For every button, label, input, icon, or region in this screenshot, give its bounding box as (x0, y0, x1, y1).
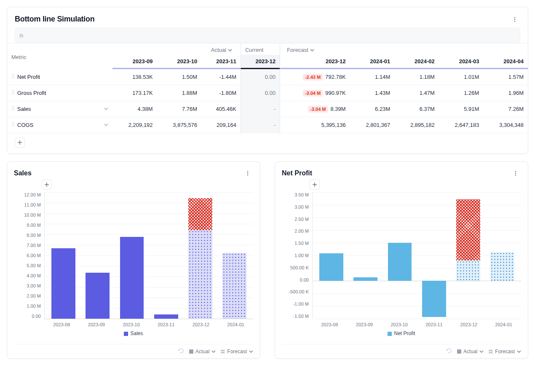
data-cell[interactable]: -3.04 M990.97K (280, 85, 350, 101)
data-cell[interactable]: -3.04 M8.39M (280, 101, 350, 117)
chevron-down-icon (479, 349, 484, 354)
data-cell[interactable]: 3,875,576 (157, 117, 202, 133)
metric-cell[interactable]: Sales (7, 101, 112, 117)
netprofit-chart-menu[interactable] (510, 169, 521, 177)
column-header: 2024-04 (483, 55, 528, 69)
metric-cell[interactable]: Net Profit (7, 69, 112, 85)
forecast-series-toggle[interactable]: Forecast (221, 349, 253, 354)
data-cell[interactable]: 1.18M (394, 69, 439, 85)
add-row-button[interactable] (15, 137, 25, 148)
data-cell[interactable]: -1.80M (201, 85, 241, 101)
actual-series-toggle[interactable]: Actual (457, 349, 484, 354)
table-row: COGS2,209,1923,875,576209,164-5,395,1362… (7, 117, 528, 133)
sales-chart-card: Sales 12.00 M11.00 M10.00 M9.00 M8.00 M7… (7, 161, 260, 359)
data-cell[interactable]: 1.43M (350, 85, 395, 101)
data-cell[interactable]: 2,647,183 (439, 117, 484, 133)
svg-point-27 (247, 171, 248, 172)
plus-icon (17, 140, 22, 145)
data-cell[interactable]: 1.88M (157, 85, 202, 101)
sales-chart-menu[interactable] (242, 169, 253, 177)
simulation-table: Metric Actual Current Forecast 2023-0920… (7, 43, 528, 133)
data-cell[interactable]: 1.47M (394, 85, 439, 101)
data-cell[interactable]: 0.00 (241, 85, 280, 101)
forecast-swatch-icon (489, 349, 493, 354)
bar[interactable] (314, 192, 348, 319)
bar[interactable] (217, 192, 251, 319)
sales-chart-add-button[interactable] (42, 180, 52, 190)
data-cell[interactable]: 6.37M (394, 101, 439, 117)
svg-point-13 (12, 94, 13, 94)
column-header: 2024-01 (350, 55, 395, 69)
svg-point-12 (13, 92, 14, 93)
formula-bar[interactable]: fx (15, 28, 520, 43)
bar[interactable] (417, 192, 451, 319)
metric-cell[interactable]: COGS (7, 117, 112, 133)
svg-point-11 (12, 92, 13, 93)
netprofit-chart-add-button[interactable] (310, 180, 320, 190)
actual-swatch-icon (457, 349, 461, 354)
data-cell[interactable]: 1.50M (157, 69, 202, 85)
forecast-group-dropdown[interactable]: Forecast (287, 47, 314, 53)
bar[interactable] (115, 192, 149, 319)
bar[interactable] (46, 192, 80, 319)
actual-series-toggle[interactable]: Actual (189, 349, 216, 354)
data-cell[interactable]: 7.76M (157, 101, 202, 117)
sales-legend: Sales (14, 330, 253, 336)
svg-point-4 (13, 74, 14, 75)
column-header: 2023-11 (201, 55, 241, 69)
data-cell[interactable]: -2.43 M792.78K (280, 69, 350, 85)
data-cell[interactable]: 1.96M (483, 85, 528, 101)
data-cell[interactable]: - (241, 117, 280, 133)
bar[interactable] (383, 192, 417, 319)
bar[interactable] (451, 192, 485, 319)
chevron-down-icon (104, 123, 108, 127)
drag-handle-icon[interactable] (11, 105, 15, 113)
drag-handle-icon[interactable] (11, 121, 15, 129)
data-cell[interactable]: 1.26M (439, 85, 484, 101)
expand-toggle[interactable] (104, 106, 108, 112)
data-cell[interactable]: 3,304,348 (483, 117, 528, 133)
forecast-series-toggle[interactable]: Forecast (489, 349, 521, 354)
plus-icon (312, 182, 317, 187)
data-cell[interactable]: 1.57M (483, 69, 528, 85)
bar[interactable] (348, 192, 383, 319)
data-cell[interactable]: 4.38M (112, 101, 157, 117)
data-cell[interactable]: 138.53K (112, 69, 157, 85)
bar[interactable] (149, 192, 183, 319)
data-cell[interactable]: 2,801,367 (350, 117, 395, 133)
data-cell[interactable]: -1.44M (201, 69, 241, 85)
actual-group-dropdown[interactable]: Actual (211, 47, 232, 53)
data-cell[interactable]: 6.23M (350, 101, 395, 117)
data-cell[interactable]: 405.46K (201, 101, 241, 117)
svg-point-15 (12, 106, 13, 107)
bar[interactable] (485, 192, 519, 319)
data-cell[interactable]: 173.17K (112, 85, 157, 101)
expand-toggle[interactable] (104, 122, 108, 128)
drag-handle-icon[interactable] (11, 73, 15, 81)
undo-icon[interactable] (445, 348, 452, 355)
drag-handle-icon[interactable] (11, 89, 15, 97)
data-cell[interactable]: 2,895,182 (394, 117, 439, 133)
column-header: 2024-02 (394, 55, 439, 69)
data-cell[interactable]: 5.91M (439, 101, 484, 117)
data-cell[interactable]: 2,209,192 (112, 117, 157, 133)
simulation-card: Bottom line Simulation fx Metric Actual … (7, 7, 528, 154)
netprofit-y-axis: 3.50 M3.00 M2.50 M2.00 M1.50 M1.00 M500.… (282, 192, 312, 319)
data-cell[interactable]: - (241, 101, 280, 117)
data-cell[interactable]: 0.00 (241, 69, 280, 85)
data-cell[interactable]: 209,164 (201, 117, 241, 133)
more-menu-button[interactable] (509, 16, 520, 23)
chevron-down-icon (517, 349, 521, 354)
bar[interactable] (80, 192, 115, 319)
column-header: 2024-03 (439, 55, 484, 69)
undo-icon[interactable] (177, 348, 184, 355)
delta-badge: -2.43 M (303, 74, 323, 81)
data-cell[interactable]: 7.26M (483, 101, 528, 117)
netprofit-plot-area (312, 192, 521, 319)
svg-point-14 (13, 94, 14, 94)
bar[interactable] (183, 192, 217, 319)
data-cell[interactable]: 5,395,136 (280, 117, 350, 133)
metric-cell[interactable]: Gross Profit (7, 85, 112, 101)
data-cell[interactable]: 1.14M (350, 69, 395, 85)
data-cell[interactable]: 1.01M (439, 69, 484, 85)
